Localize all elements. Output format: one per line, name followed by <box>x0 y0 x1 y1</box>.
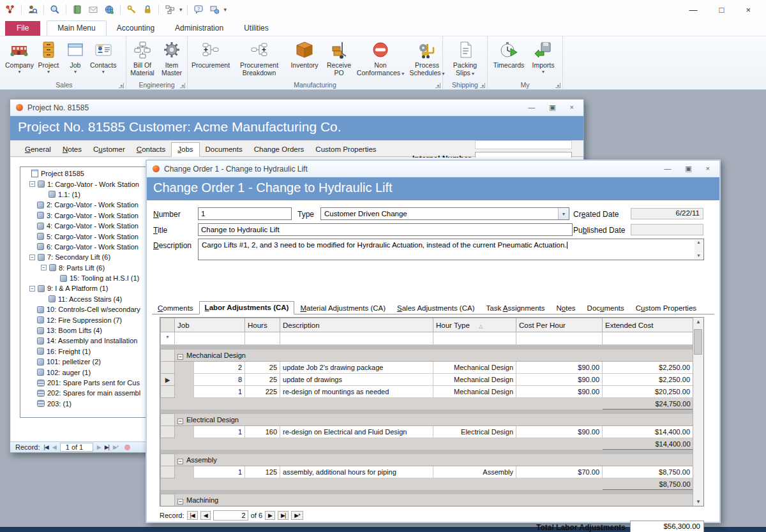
tree-item[interactable]: 5: Cargo-Vator - Work Station <box>20 231 147 241</box>
minimize-button[interactable]: — <box>664 165 671 173</box>
workflow-icon[interactable] <box>163 3 176 16</box>
dialog-launcher-icon[interactable] <box>119 83 124 88</box>
tab-file[interactable]: File <box>5 21 40 36</box>
feedback-icon[interactable] <box>208 3 221 16</box>
row-selector[interactable] <box>161 426 175 438</box>
project-button[interactable]: Project▾ <box>35 38 62 77</box>
grid-row[interactable]: 1160re-design on Electrical and Fluid De… <box>161 426 693 438</box>
communications-icon[interactable] <box>103 3 116 16</box>
tree-item[interactable]: 102: auger (1) <box>20 367 147 377</box>
column-header-hours[interactable]: Hours <box>245 318 280 332</box>
tree-item[interactable]: −9: I & A Platform (1) <box>20 283 147 293</box>
packing-slips-button[interactable]: Packing Slips▾ <box>444 38 486 78</box>
description-scrollbar[interactable]: ▲ ▼ <box>695 240 703 259</box>
grid-row[interactable]: 225update Job 2's drawing packageMechani… <box>161 362 693 374</box>
scroll-up-icon[interactable]: ▲ <box>696 240 701 246</box>
select-all-cell[interactable] <box>161 318 175 332</box>
tab-material-adjustments[interactable]: Material Adjustments (CA) <box>294 302 391 314</box>
collapse-toggle-icon[interactable]: − <box>29 255 35 260</box>
combo-arrow-icon[interactable]: ▾ <box>558 208 569 219</box>
imports-button[interactable]: Imports▾ <box>529 38 558 77</box>
tab-documents[interactable]: Documents <box>582 302 630 314</box>
tree-item[interactable]: Project 81585 <box>20 168 147 179</box>
new-row[interactable]: * <box>161 332 693 345</box>
column-header-extended-cost[interactable]: Extended Cost <box>603 318 693 332</box>
group-header-row[interactable]: −Electrical Design <box>161 414 693 426</box>
key-icon[interactable] <box>125 3 138 16</box>
current-row-icon[interactable]: ▶ <box>161 374 175 386</box>
dialog-launcher-icon[interactable] <box>435 83 440 88</box>
nav-prev-button[interactable]: ◀ <box>200 511 211 520</box>
group-header-row[interactable]: −Machining <box>161 494 693 506</box>
journal-icon[interactable] <box>71 3 84 16</box>
collapse-group-icon[interactable]: − <box>177 499 183 505</box>
tab-labor-adjustments[interactable]: Labor Adjustments (CA) <box>199 301 295 314</box>
collapse-toggle-icon[interactable]: − <box>29 286 35 292</box>
group-header-row[interactable]: −Assembly <box>161 454 693 466</box>
nav-last-button[interactable]: ▶| <box>278 511 289 520</box>
column-header-hour-type[interactable]: Hour Type△ <box>433 318 516 332</box>
contacts-button[interactable]: Contacts▾ <box>89 38 117 77</box>
type-combobox[interactable]: Customer Driven Change ▾ <box>320 207 569 220</box>
nav-first-button[interactable]: |◀ <box>44 444 49 450</box>
minimize-button[interactable]: — <box>689 5 698 15</box>
customize-more-icon[interactable]: ▾ <box>224 6 227 13</box>
dialog-launcher-icon[interactable] <box>480 83 485 88</box>
mail-icon[interactable] <box>87 3 100 16</box>
tab-jobs[interactable]: Jobs <box>171 142 199 157</box>
tree-item[interactable]: 13: Boom Lifts (4) <box>20 325 147 336</box>
tree-item[interactable]: 6: Cargo-Vator - Work Station <box>20 242 147 252</box>
tab-general[interactable]: General <box>19 143 57 157</box>
inventory-button[interactable]: Inventory <box>286 38 323 71</box>
tab-utilities[interactable]: Utilities <box>234 21 279 36</box>
tree-item[interactable]: 11: Access Stairs (4) <box>20 294 147 304</box>
maximize-button[interactable]: □ <box>719 5 725 15</box>
tab-comments[interactable]: Comments <box>152 302 199 314</box>
column-header-cost-per-hour[interactable]: Cost Per Hour <box>516 318 603 332</box>
description-textarea[interactable]: Cargo Lifts #1, 2, and 3 need to be modi… <box>198 239 704 260</box>
change-order-titlebar[interactable]: Change Order 1 - Change to Hydraulic Lif… <box>147 161 719 177</box>
timecards-button[interactable]: Timecards <box>489 38 529 71</box>
scrollbar-thumb[interactable] <box>694 329 702 355</box>
filter-icon[interactable] <box>124 445 130 450</box>
help-icon[interactable]: ? <box>192 3 205 16</box>
close-button[interactable]: × <box>706 165 710 173</box>
nav-new-button[interactable]: ▶* <box>113 444 118 450</box>
collapse-group-icon[interactable]: − <box>177 354 183 360</box>
scroll-down-icon[interactable]: ▼ <box>696 499 701 505</box>
project-window-titlebar[interactable]: Project No. 81585 — ▣ × <box>10 100 583 116</box>
close-button[interactable]: × <box>570 103 574 112</box>
procurement-button[interactable]: Procurement <box>189 38 232 71</box>
minimize-button[interactable]: — <box>528 103 535 112</box>
dialog-launcher-icon[interactable] <box>555 83 560 88</box>
tab-notes[interactable]: Notes <box>57 143 87 157</box>
tree-item[interactable]: 4: Cargo-Vator - Work Station <box>20 221 147 231</box>
close-button[interactable]: × <box>746 5 751 15</box>
non-conformances-button[interactable]: Non Conformances▾ <box>355 38 406 78</box>
tree-item[interactable]: 14: Assembly and Installation <box>20 336 147 346</box>
receive-po-button[interactable]: Receive PO <box>323 38 355 78</box>
job-button[interactable]: Job▾ <box>62 38 89 77</box>
nav-new-button[interactable]: ▶* <box>291 511 303 520</box>
row-selector[interactable] <box>161 386 175 398</box>
workflow-dropdown-icon[interactable]: ▾ <box>179 6 183 13</box>
tab-change-orders[interactable]: Change Orders <box>248 143 310 157</box>
title-input[interactable] <box>198 223 573 236</box>
grid-row[interactable]: 1225re-design of mountings as neededMech… <box>161 386 693 398</box>
row-selector[interactable] <box>161 466 175 478</box>
scroll-down-icon[interactable]: ▼ <box>696 253 701 259</box>
tab-contacts[interactable]: Contacts <box>131 143 171 157</box>
tab-task-assignments[interactable]: Task Assignments <box>480 302 550 314</box>
tree-item[interactable]: 3: Cargo-Vator - Work Station <box>20 211 147 221</box>
collapse-toggle-icon[interactable]: − <box>29 181 35 187</box>
nav-last-button[interactable]: ▶| <box>105 444 109 450</box>
tab-sales-adjustments[interactable]: Sales Adjustments (CA) <box>391 302 480 314</box>
tab-custom-properties[interactable]: Custom Properties <box>630 302 702 314</box>
item-master-button[interactable]: Item Master <box>157 38 186 78</box>
maximize-button[interactable]: ▣ <box>549 103 555 112</box>
process-schedules-button[interactable]: Process Schedules▾ <box>406 38 448 78</box>
tree-item[interactable]: 201: Spare Parts sent for Cus <box>20 378 147 388</box>
company-button[interactable]: Company▾ <box>4 38 35 77</box>
record-number-input[interactable] <box>213 510 248 521</box>
tree-item[interactable]: 2: Cargo-Vator - Work Station <box>20 200 147 210</box>
